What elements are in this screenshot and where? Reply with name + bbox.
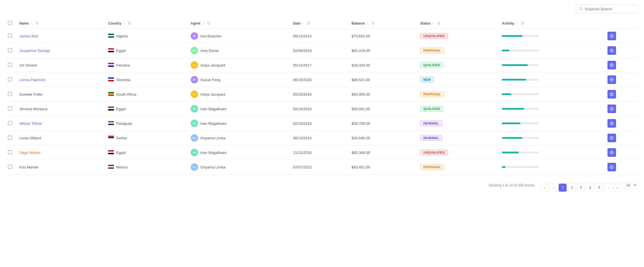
row-settings-button[interactable] (607, 46, 616, 55)
country-flag (108, 34, 114, 39)
name-filter-icon[interactable]: ▽ (36, 21, 38, 25)
customer-name-link[interactable]: Sage Wieser (19, 150, 41, 155)
date-sort-icon[interactable]: ↑↓ (301, 22, 304, 25)
svg-rect-12 (108, 65, 114, 67)
col-country-label: Country (108, 21, 121, 25)
row-action-cell (605, 116, 638, 131)
country-name: Serbia (116, 136, 127, 140)
pagination-prev-button[interactable]: ‹ (550, 184, 558, 192)
date-filter-icon[interactable]: ▽ (307, 21, 310, 25)
search-input[interactable] (585, 7, 635, 11)
pagination-page-2[interactable]: 2 (568, 184, 576, 192)
row-country: South Africa (106, 87, 188, 102)
row-checkbox[interactable] (8, 121, 12, 125)
status-filter-icon[interactable]: ▽ (438, 21, 440, 25)
row-name[interactable]: James Butt (17, 29, 106, 43)
svg-point-9 (611, 50, 612, 51)
svg-rect-16 (108, 80, 114, 81)
status-badge: PROPOSAL (420, 91, 444, 97)
rows-per-page-select[interactable]: 102550100 (624, 182, 638, 188)
row-name[interactable]: Donette Foller (17, 87, 106, 102)
row-name[interactable]: Sage Wieser (17, 145, 106, 160)
pagination-page-5[interactable]: 5 (595, 184, 603, 192)
customer-name-link[interactable]: Simona Morasca (19, 107, 47, 111)
row-status: RENEWAL (418, 131, 500, 145)
customer-name-link[interactable]: Donette Foller (19, 92, 43, 97)
row-checkbox[interactable] (8, 48, 12, 52)
row-checkbox[interactable] (8, 150, 12, 154)
customer-name-link[interactable]: Kris Marrier (19, 165, 39, 169)
row-settings-button[interactable] (607, 32, 616, 40)
row-status: UNQUALIFIED (418, 29, 500, 43)
pagination-page-3[interactable]: 3 (577, 184, 585, 192)
col-date: Date ↑↓ ▽ (291, 18, 349, 29)
row-settings-button[interactable] (607, 105, 616, 113)
customer-name-link[interactable]: Josephine Darakjy (19, 49, 50, 53)
header-checkbox-cell (6, 18, 17, 29)
row-balance: $70,663.00 (349, 29, 418, 43)
country-name: Panama (116, 63, 130, 67)
pagination-page-4[interactable]: 4 (586, 184, 594, 192)
svg-rect-20 (108, 95, 114, 96)
row-balance: $65,369.00 (349, 145, 418, 160)
row-checkbox[interactable] (8, 92, 12, 96)
row-checkbox[interactable] (8, 63, 12, 67)
select-all-checkbox[interactable] (8, 21, 12, 25)
row-country: Serbia (106, 131, 188, 145)
row-name[interactable]: Josephine Darakjy (17, 43, 106, 58)
country-flag (108, 121, 114, 126)
pagination-next-button[interactable]: › (604, 184, 612, 192)
row-name[interactable]: Lenna Paprocki (17, 73, 106, 87)
activity-bar (502, 137, 522, 139)
row-action-cell (605, 145, 638, 160)
row-agent: IM Ivan Magalhaes (188, 102, 291, 116)
row-checkbox[interactable] (8, 165, 12, 169)
pagination-last-button[interactable]: » (613, 184, 621, 192)
customer-name-link[interactable]: Lenna Paprocki (19, 78, 45, 82)
status-badge: RENEWAL (420, 135, 442, 141)
row-name[interactable]: Kris Marrier (17, 160, 106, 174)
row-settings-button[interactable] (607, 148, 616, 157)
pagination-page-1[interactable]: 1 (559, 184, 567, 192)
row-settings-button[interactable] (607, 90, 616, 99)
row-name[interactable]: Mitsue Tollner (17, 116, 106, 131)
row-settings-button[interactable] (607, 163, 616, 171)
col-country: Country ↑↓ ▽ (106, 18, 188, 29)
row-date: 02/16/2018 (291, 102, 349, 116)
search-box[interactable] (575, 5, 638, 13)
row-name[interactable]: Art Venere (17, 58, 106, 73)
row-name[interactable]: Simona Morasca (17, 102, 106, 116)
customer-name-link[interactable]: James Butt (19, 34, 38, 38)
pagination-first-button[interactable]: « (540, 184, 548, 192)
name-sort-icon[interactable]: ↑↓ (30, 22, 33, 25)
country-filter-icon[interactable]: ▽ (128, 21, 131, 25)
customer-name-link[interactable]: Mitsue Tollner (19, 121, 42, 126)
customer-name-link[interactable]: Art Venere (19, 63, 37, 67)
row-checkbox[interactable] (8, 136, 12, 140)
agent-initials: XF (193, 78, 196, 81)
balance-filter-icon[interactable]: ▽ (372, 21, 374, 25)
agent-sort-icon[interactable]: ↑↓ (202, 22, 204, 25)
row-settings-button[interactable] (607, 134, 616, 142)
status-sort-icon[interactable]: ↑↓ (432, 22, 435, 25)
row-activity (500, 29, 605, 43)
row-checkbox[interactable] (8, 34, 12, 38)
row-settings-button[interactable] (607, 75, 616, 84)
svg-point-0 (580, 7, 582, 10)
table-row: Josephine Darakjy Egypt AE Amy Elsner 02… (6, 43, 638, 58)
country-sort-icon[interactable]: ↑↓ (122, 22, 125, 25)
row-settings-button[interactable] (607, 119, 616, 128)
row-checkbox[interactable] (8, 77, 12, 81)
row-checkbox[interactable] (8, 107, 12, 111)
row-name[interactable]: Leota Dilliard (17, 131, 106, 145)
row-settings-button[interactable] (607, 61, 616, 69)
balance-sort-icon[interactable]: ↑↓ (366, 22, 369, 25)
customer-name-link[interactable]: Leota Dilliard (19, 136, 41, 140)
agent-avatar: IM (191, 149, 198, 156)
row-checkbox-cell (6, 43, 17, 58)
activity-sort-icon[interactable]: ↑↓ (516, 22, 518, 25)
row-country: Egypt (106, 102, 188, 116)
page-header (6, 5, 638, 13)
agent-filter-icon[interactable]: ▽ (207, 21, 210, 25)
activity-filter-icon[interactable]: ▽ (521, 21, 524, 25)
